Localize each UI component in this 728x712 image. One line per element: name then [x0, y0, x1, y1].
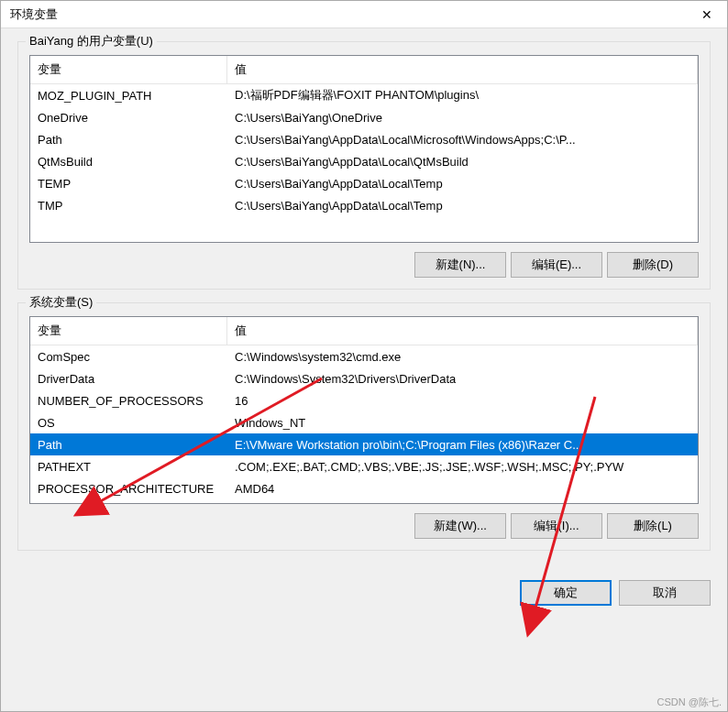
cell-value: C:\Windows\System32\Drivers\DriverData [227, 369, 698, 389]
user-new-button[interactable]: 新建(N)... [414, 252, 506, 278]
user-vars-group: BaiYang 的用户变量(U) 变量 值 MOZ_PLUGIN_PATHD:\… [17, 41, 711, 290]
table-row[interactable]: NUMBER_OF_PROCESSORS16 [30, 389, 698, 411]
dialog-footer: 确定 取消 [1, 576, 727, 619]
cell-variable: Path [30, 130, 227, 149]
cell-variable: DriverData [30, 369, 227, 389]
cell-variable: NUMBER_OF_PROCESSORS [30, 391, 227, 411]
title-bar: 环境变量 ✕ [1, 1, 727, 28]
user-vars-header: 变量 值 [30, 56, 698, 84]
cell-value: .COM;.EXE;.BAT;.CMD;.VBS;.VBE;.JS;.JSE;.… [227, 457, 698, 476]
table-row[interactable]: MOZ_PLUGIN_PATHD:\福昕PDF编辑器\FOXIT PHANTOM… [30, 84, 698, 106]
dialog-title: 环境变量 [10, 6, 58, 23]
table-row[interactable]: PROCESSOR_ARCHITECTUREAMD64 [30, 477, 698, 499]
user-vars-body: MOZ_PLUGIN_PATHD:\福昕PDF编辑器\FOXIT PHANTOM… [30, 84, 698, 242]
table-row[interactable]: OSWindows_NT [30, 411, 698, 433]
cell-variable: Path [30, 435, 227, 455]
sys-vars-label: 系统变量(S) [26, 294, 96, 311]
cell-value: C:\Users\BaiYang\AppData\Local\QtMsBuild [227, 152, 698, 171]
table-row[interactable]: QtMsBuildC:\Users\BaiYang\AppData\Local\… [30, 150, 698, 172]
cell-value: C:\Users\BaiYang\OneDrive [227, 108, 698, 127]
watermark: CSDN @陈七. [657, 696, 722, 709]
sys-vars-group: 系统变量(S) 变量 值 ComSpecC:\Windows\system32\… [17, 302, 711, 551]
sys-new-button[interactable]: 新建(W)... [414, 513, 506, 539]
col-variable[interactable]: 变量 [30, 317, 227, 345]
user-vars-list[interactable]: 变量 值 MOZ_PLUGIN_PATHD:\福昕PDF编辑器\FOXIT PH… [29, 55, 699, 243]
table-row[interactable]: TMPC:\Users\BaiYang\AppData\Local\Temp [30, 194, 698, 216]
cell-value: AMD64 [227, 479, 698, 498]
table-row[interactable]: PATHEXT.COM;.EXE;.BAT;.CMD;.VBS;.VBE;.JS… [30, 455, 698, 477]
table-row[interactable]: PathE:\VMware Workstation pro\bin\;C:\Pr… [30, 433, 698, 455]
cell-variable: OneDrive [30, 108, 227, 127]
cell-variable: TEMP [30, 174, 227, 193]
table-row[interactable]: DriverDataC:\Windows\System32\Drivers\Dr… [30, 367, 698, 389]
sys-delete-button[interactable]: 删除(L) [607, 513, 699, 539]
sys-vars-buttons: 新建(W)... 编辑(I)... 删除(L) [29, 513, 699, 539]
cell-value: D:\福昕PDF编辑器\FOXIT PHANTOM\plugins\ [227, 84, 698, 106]
ok-button[interactable]: 确定 [520, 580, 612, 606]
user-delete-button[interactable]: 删除(D) [607, 252, 699, 278]
cancel-button[interactable]: 取消 [619, 580, 711, 606]
sys-vars-list[interactable]: 变量 值 ComSpecC:\Windows\system32\cmd.exeD… [29, 316, 699, 504]
cell-value: C:\Windows\system32\cmd.exe [227, 347, 698, 367]
cell-value: 16 [227, 391, 698, 411]
user-edit-button[interactable]: 编辑(E)... [511, 252, 602, 278]
close-icon: ✕ [701, 7, 712, 22]
sys-edit-button[interactable]: 编辑(I)... [511, 513, 602, 539]
cell-variable: MOZ_PLUGIN_PATH [30, 86, 227, 105]
sys-vars-body: ComSpecC:\Windows\system32\cmd.exeDriver… [30, 345, 698, 503]
cell-variable: OS [30, 413, 227, 433]
cell-variable: ComSpec [30, 347, 227, 367]
cell-variable: PROCESSOR_ARCHITECTURE [30, 479, 227, 498]
table-row[interactable]: ComSpecC:\Windows\system32\cmd.exe [30, 345, 698, 367]
sys-vars-header: 变量 值 [30, 317, 698, 345]
env-vars-dialog: 环境变量 ✕ BaiYang 的用户变量(U) 变量 值 MOZ_PLUGIN_… [0, 0, 728, 712]
col-value[interactable]: 值 [227, 56, 698, 83]
col-value[interactable]: 值 [227, 317, 698, 345]
col-variable[interactable]: 变量 [30, 56, 227, 83]
cell-value: C:\Users\BaiYang\AppData\Local\Microsoft… [227, 130, 698, 149]
cell-value: C:\Users\BaiYang\AppData\Local\Temp [227, 174, 698, 193]
cell-value: C:\Users\BaiYang\AppData\Local\Temp [227, 196, 698, 215]
user-vars-buttons: 新建(N)... 编辑(E)... 删除(D) [29, 252, 699, 278]
table-row[interactable]: PathC:\Users\BaiYang\AppData\Local\Micro… [30, 128, 698, 150]
cell-variable: QtMsBuild [30, 152, 227, 171]
table-row[interactable]: TEMPC:\Users\BaiYang\AppData\Local\Temp [30, 172, 698, 194]
close-button[interactable]: ✕ [686, 1, 727, 28]
cell-value: Windows_NT [227, 413, 698, 433]
cell-variable: TMP [30, 196, 227, 215]
cell-value: E:\VMware Workstation pro\bin\;C:\Progra… [227, 435, 698, 455]
table-row[interactable]: OneDriveC:\Users\BaiYang\OneDrive [30, 106, 698, 128]
cell-variable: PATHEXT [30, 457, 227, 476]
user-vars-label: BaiYang 的用户变量(U) [26, 33, 157, 49]
dialog-body: BaiYang 的用户变量(U) 变量 值 MOZ_PLUGIN_PATHD:\… [1, 28, 727, 576]
